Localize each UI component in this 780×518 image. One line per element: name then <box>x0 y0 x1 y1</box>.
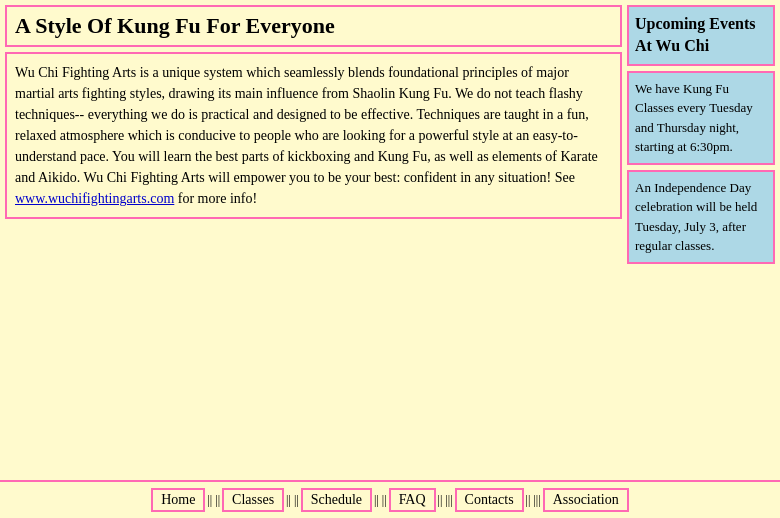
nav-sep-2: || || <box>284 493 301 508</box>
nav-sep-3: || || <box>372 493 389 508</box>
left-column: A Style Of Kung Fu For Everyone Wu Chi F… <box>5 5 622 475</box>
event2-box: An Independence Day celebration will be … <box>627 170 775 264</box>
nav-classes[interactable]: Classes <box>222 488 284 512</box>
nav-association[interactable]: Association <box>543 488 629 512</box>
right-header-box: Upcoming Events At Wu Chi <box>627 5 775 66</box>
right-spacer <box>627 269 775 475</box>
main-content: A Style Of Kung Fu For Everyone Wu Chi F… <box>0 0 780 480</box>
body-suffix: for more info! <box>178 191 257 206</box>
right-header: Upcoming Events At Wu Chi <box>635 13 767 58</box>
page-title: A Style Of Kung Fu For Everyone <box>15 13 612 39</box>
nav-faq[interactable]: FAQ <box>389 488 436 512</box>
body-text: Wu Chi Fighting Arts is a unique system … <box>15 65 598 185</box>
nav-home[interactable]: Home <box>151 488 205 512</box>
nav-schedule[interactable]: Schedule <box>301 488 372 512</box>
body-text-box: Wu Chi Fighting Arts is a unique system … <box>5 52 622 219</box>
title-box: A Style Of Kung Fu For Everyone <box>5 5 622 47</box>
event2-text: An Independence Day celebration will be … <box>635 178 767 256</box>
page-wrapper: A Style Of Kung Fu For Everyone Wu Chi F… <box>0 0 780 518</box>
nav-bar: Home || || Classes || || Schedule || || … <box>0 480 780 518</box>
left-spacer <box>5 224 622 475</box>
nav-sep-5: || ||| <box>524 493 543 508</box>
body-paragraph: Wu Chi Fighting Arts is a unique system … <box>15 62 612 209</box>
right-column: Upcoming Events At Wu Chi We have Kung F… <box>627 5 775 475</box>
website-link[interactable]: www.wuchifightingarts.com <box>15 191 174 206</box>
nav-sep-1: || || <box>205 493 222 508</box>
nav-sep-4: || ||| <box>436 493 455 508</box>
event1-box: We have Kung Fu Classes every Tuesday an… <box>627 71 775 165</box>
event1-text: We have Kung Fu Classes every Tuesday an… <box>635 79 767 157</box>
nav-contacts[interactable]: Contacts <box>455 488 524 512</box>
